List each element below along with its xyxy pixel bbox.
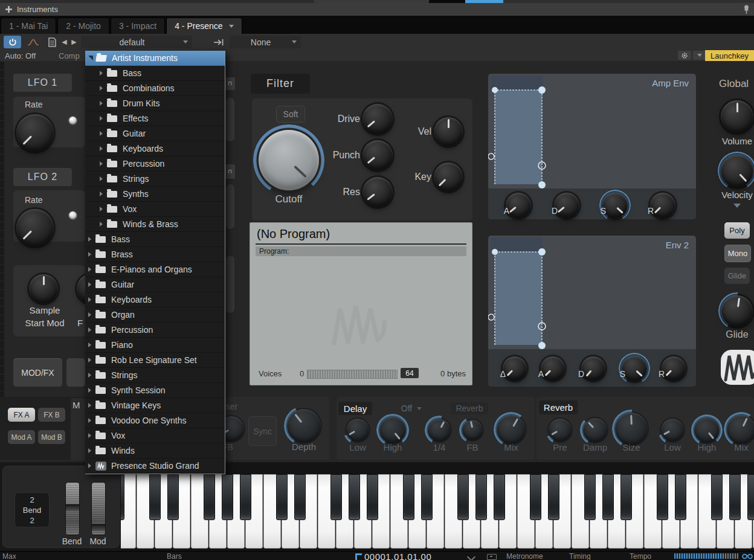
- browser-item-vintage-keys[interactable]: Vintage Keys: [85, 398, 225, 413]
- browser-item-keyboards[interactable]: Keyboards: [85, 292, 225, 307]
- expand-icon[interactable]: [88, 358, 91, 362]
- modfx-button[interactable]: MOD/FX: [13, 358, 62, 387]
- expand-icon[interactable]: [100, 146, 103, 151]
- mod-b-button[interactable]: Mod B: [38, 430, 65, 444]
- black-key[interactable]: [675, 474, 686, 520]
- expand-icon[interactable]: [100, 71, 103, 76]
- amp-sustain-knob[interactable]: [602, 193, 628, 218]
- expand-icon[interactable]: [100, 207, 103, 211]
- delay-reverb-tab[interactable]: Reverb: [451, 402, 488, 414]
- browser-item-drum-kits[interactable]: Drum Kits: [85, 96, 225, 111]
- black-key[interactable]: [204, 474, 215, 520]
- reverb-pre-knob[interactable]: [549, 419, 572, 442]
- vel-knob[interactable]: [434, 117, 463, 146]
- reverb-damp-knob[interactable]: [583, 418, 607, 442]
- fx-b-button[interactable]: FX B: [38, 408, 65, 422]
- sample-start-mod-knob[interactable]: [29, 274, 58, 303]
- black-key[interactable]: [729, 474, 741, 520]
- expand-icon[interactable]: [88, 463, 91, 468]
- expand-icon[interactable]: [100, 86, 103, 91]
- cutoff-knob[interactable]: [259, 130, 319, 190]
- black-key[interactable]: [349, 474, 360, 520]
- insert-to-track-button[interactable]: [211, 36, 227, 48]
- delay-low-knob[interactable]: [346, 419, 369, 442]
- pitch-bend-wheel[interactable]: [65, 482, 80, 535]
- speaker-icon[interactable]: [487, 554, 497, 560]
- glide-knob[interactable]: [721, 295, 753, 327]
- delay-fb-knob[interactable]: [462, 420, 483, 440]
- tab-1-mai-tai[interactable]: 1 - Mai Tai: [1, 18, 56, 34]
- phaser-depth-knob[interactable]: [287, 409, 321, 443]
- preset-select[interactable]: default: [81, 36, 192, 48]
- tab-4-presence[interactable]: 4 - Presence: [166, 18, 242, 34]
- browser-item-combinations[interactable]: Combinations: [85, 81, 225, 96]
- browser-item-effects[interactable]: Effects: [85, 111, 225, 126]
- expand-icon[interactable]: [88, 327, 91, 332]
- amp-decay-knob[interactable]: [554, 193, 579, 218]
- next-preset-button[interactable]: ▶: [69, 36, 79, 48]
- program-field[interactable]: Program:: [256, 246, 466, 256]
- browser-item-brass[interactable]: Brass: [85, 247, 225, 262]
- prev-preset-button[interactable]: ◀: [60, 36, 69, 48]
- reverb-size-knob[interactable]: [615, 413, 648, 445]
- volume-knob[interactable]: [721, 100, 753, 133]
- expand-icon[interactable]: [88, 343, 91, 347]
- partial-button[interactable]: [66, 358, 85, 387]
- mod-wheel[interactable]: [91, 482, 106, 535]
- glide-button[interactable]: Glide: [724, 268, 750, 284]
- pin-icon[interactable]: [743, 5, 750, 14]
- black-key[interactable]: [403, 474, 414, 520]
- power-button[interactable]: [4, 36, 21, 48]
- expand-icon[interactable]: [88, 237, 91, 242]
- expand-icon[interactable]: [88, 252, 91, 257]
- browser-item-presence-studio-grand[interactable]: Presence Studio Grand: [85, 459, 225, 474]
- browser-item-artist-instruments[interactable]: Artist Instruments: [85, 51, 225, 66]
- browser-item-synths[interactable]: Synths: [85, 187, 225, 202]
- black-key[interactable]: [167, 474, 179, 520]
- mod-a-button[interactable]: Mod A: [8, 430, 35, 444]
- comp-label[interactable]: Comp: [59, 51, 80, 60]
- delay-quarter-knob[interactable]: [428, 419, 451, 442]
- browser-item-guitar[interactable]: Guitar: [85, 126, 225, 141]
- black-key[interactable]: [330, 474, 342, 520]
- browser-item-guitar[interactable]: Guitar: [85, 277, 225, 292]
- expand-icon[interactable]: [100, 222, 103, 227]
- plus-icon[interactable]: [5, 6, 12, 13]
- expand-icon[interactable]: [100, 101, 103, 106]
- browser-item-vox[interactable]: Vox: [85, 202, 225, 217]
- settings-dropdown-button[interactable]: [693, 51, 706, 60]
- delay-high-knob[interactable]: [379, 417, 406, 443]
- expand-icon[interactable]: [88, 312, 91, 317]
- reverb-mix-knob[interactable]: [727, 415, 754, 444]
- status-bars-label[interactable]: Bars: [167, 552, 182, 560]
- browser-item-winds-brass[interactable]: Winds & Brass: [85, 217, 225, 232]
- expand-icon[interactable]: [88, 267, 91, 272]
- browser-item-percussion[interactable]: Percussion: [85, 323, 225, 338]
- mono-button[interactable]: Mono: [724, 245, 751, 262]
- amp-attack-knob[interactable]: [506, 193, 531, 218]
- velocity-knob[interactable]: [721, 155, 753, 187]
- black-key[interactable]: [711, 474, 723, 520]
- browser-item-keyboards[interactable]: Keyboards: [85, 141, 225, 156]
- browser-item-e-pianos-and-organs[interactable]: E-Pianos and Organs: [85, 262, 225, 277]
- black-key[interactable]: [475, 474, 487, 520]
- velocity-dropdown-icon[interactable]: [733, 204, 741, 208]
- output-select[interactable]: None: [230, 36, 301, 48]
- expand-icon[interactable]: [88, 373, 91, 378]
- black-key[interactable]: [494, 474, 505, 520]
- expand-icon[interactable]: [88, 388, 91, 393]
- browser-item-winds[interactable]: Winds: [85, 443, 225, 459]
- expand-icon[interactable]: [100, 176, 103, 181]
- black-key[interactable]: [457, 474, 469, 520]
- black-key[interactable]: [421, 474, 433, 520]
- lfo2-rate-knob[interactable]: [16, 209, 54, 246]
- amp-release-knob[interactable]: [650, 193, 675, 218]
- phaser-sync-button[interactable]: Sync: [248, 416, 277, 446]
- fx-a-button[interactable]: FX A: [8, 408, 35, 422]
- black-key[interactable]: [367, 474, 378, 520]
- collapse-icon[interactable]: [88, 56, 93, 60]
- expand-icon[interactable]: [100, 116, 103, 121]
- lfo1-wave-button[interactable]: ⊓: [225, 77, 235, 90]
- browser-item-vox[interactable]: Vox: [85, 428, 225, 443]
- delay-mix-knob[interactable]: [497, 415, 526, 444]
